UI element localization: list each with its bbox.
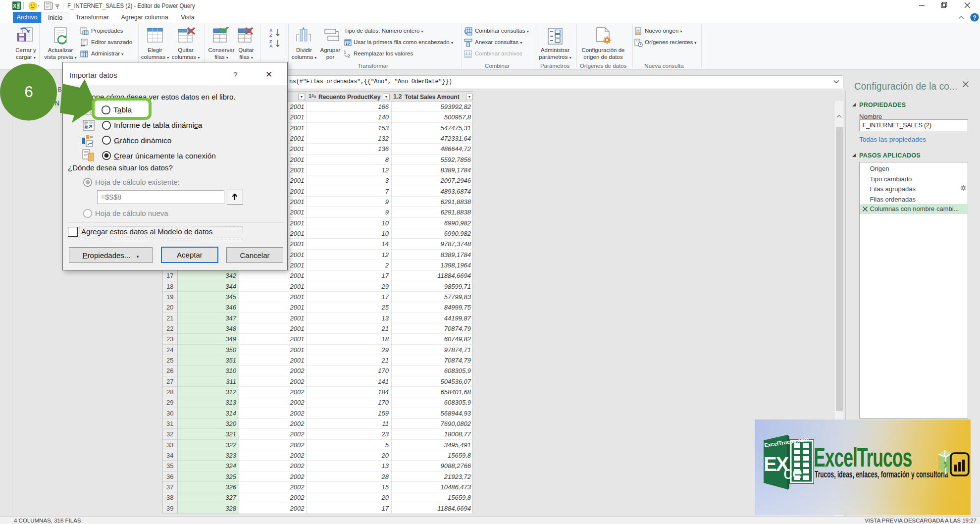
svg-text:X: X: [13, 3, 16, 9]
svg-text:6: 6: [24, 83, 33, 101]
svg-text:1: 1: [344, 50, 346, 54]
svg-text:2: 2: [348, 53, 350, 58]
svg-text:A: A: [269, 44, 273, 48]
svg-text:Z: Z: [269, 33, 272, 38]
svg-text:ce: ce: [783, 463, 802, 483]
svg-text:?: ?: [973, 14, 977, 21]
